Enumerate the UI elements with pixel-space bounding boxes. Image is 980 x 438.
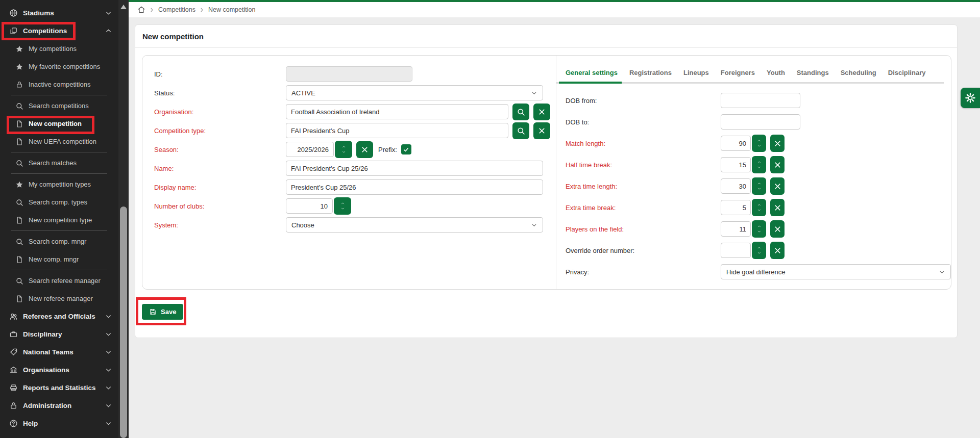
chevron-down-icon	[756, 251, 762, 255]
save-button[interactable]: Save	[142, 304, 183, 320]
sidebar-item-label: Search matches	[29, 159, 77, 167]
sidebar-item-my-competitions[interactable]: My competitions	[0, 40, 118, 58]
breadcrumb-new-competition[interactable]: New competition	[208, 6, 255, 13]
search-icon	[517, 108, 525, 116]
players-on-field-stepper[interactable]	[752, 220, 766, 238]
sidebar-item-label: New competition	[29, 120, 82, 127]
extra-time-break-stepper[interactable]	[752, 199, 766, 216]
field-row-match-length: Match length:	[566, 135, 951, 152]
privacy-select[interactable]: Hide goal difference	[721, 264, 951, 279]
sidebar-item-label: Help	[23, 420, 38, 427]
tab-standings[interactable]: Standings	[797, 69, 829, 84]
tab-registrations[interactable]: Registrations	[629, 69, 672, 84]
sidebar-item-new-competition-type[interactable]: New competition type	[0, 211, 118, 229]
half-time-break-stepper[interactable]	[752, 156, 766, 173]
sidebar-item-national-teams[interactable]: National Teams	[0, 343, 118, 361]
tab-lineups[interactable]: Lineups	[683, 69, 709, 84]
extra-time-length-field[interactable]	[721, 178, 751, 194]
sidebar-item-search-referee-manager[interactable]: Search referee manager	[0, 272, 118, 290]
chevron-down-icon	[939, 269, 945, 275]
extra-time-length-clear-button[interactable]	[770, 177, 785, 195]
sidebar-item-disciplinary[interactable]: Disciplinary	[0, 325, 118, 343]
tab-disciplinary[interactable]: Disciplinary	[888, 69, 926, 84]
sidebar-item-organisations[interactable]: Organisations	[0, 361, 118, 379]
sidebar-item-administration[interactable]: Administration	[0, 397, 118, 415]
season-field[interactable]	[286, 142, 334, 157]
players-on-field-clear-button[interactable]	[770, 220, 785, 238]
chevron-down-icon	[756, 187, 762, 191]
half-time-break-field[interactable]	[721, 157, 751, 172]
sidebar-item-stadiums[interactable]: Stadiums	[0, 4, 118, 22]
competition-type-field[interactable]	[286, 123, 508, 138]
sidebar-item-competitions[interactable]: Competitions	[0, 22, 118, 40]
sidebar-item-new-competition[interactable]: New competition	[0, 115, 118, 133]
sidebar-item-new-uefa-competition[interactable]: New UEFA competition	[0, 133, 118, 150]
prefix-label: Prefix:	[378, 146, 397, 153]
number-of-clubs-stepper[interactable]	[334, 197, 351, 215]
match-length-clear-button[interactable]	[770, 135, 785, 152]
season-stepper[interactable]	[335, 141, 352, 158]
home-icon[interactable]	[137, 6, 145, 14]
field-row-extra-time-break: Extra time break:	[566, 199, 951, 216]
display-name-field[interactable]	[286, 179, 543, 195]
scrollbar-up-arrow[interactable]	[120, 5, 127, 9]
tab-foreigners[interactable]: Foreigners	[721, 69, 755, 84]
sidebar-item-label: Search comp. types	[29, 198, 87, 206]
sidebar-item-my-favorite-competitions[interactable]: My favorite competitions	[0, 58, 118, 75]
dob-to-field[interactable]	[721, 114, 800, 130]
organisation-search-button[interactable]	[512, 104, 529, 120]
organisation-field[interactable]	[286, 104, 508, 119]
field-row-extra-time-length: Extra time length:	[566, 177, 951, 195]
status-label: Status:	[154, 89, 286, 97]
competition-type-clear-button[interactable]	[533, 122, 550, 139]
scrollbar-thumb[interactable]	[120, 207, 127, 438]
name-field[interactable]	[286, 161, 543, 176]
extra-time-break-field[interactable]	[721, 200, 751, 215]
half-time-break-clear-button[interactable]	[770, 156, 785, 173]
number-of-clubs-field[interactable]	[286, 198, 333, 214]
sidebar-item-new-comp-mngr[interactable]: New comp. mngr	[0, 250, 118, 268]
sidebar: Stadiums Competitions My competitions My…	[0, 0, 118, 438]
field-row-system: System: Choose	[154, 216, 556, 234]
competition-type-search-button[interactable]	[512, 122, 529, 139]
extra-time-length-stepper[interactable]	[752, 177, 766, 195]
sidebar-item-my-competition-types[interactable]: My competition types	[0, 175, 118, 193]
system-select[interactable]: Choose	[286, 217, 543, 233]
sidebar-item-label: Referees and Officials	[23, 313, 95, 320]
sidebar-scrollbar[interactable]	[118, 0, 129, 438]
override-order-number-stepper[interactable]	[752, 242, 766, 259]
match-length-stepper[interactable]	[752, 135, 766, 152]
chevron-up-icon	[341, 145, 347, 149]
tab-youth[interactable]: Youth	[767, 69, 785, 84]
file-icon	[15, 295, 23, 303]
breadcrumb-competitions[interactable]: Competitions	[158, 6, 195, 13]
season-clear-button[interactable]	[356, 141, 373, 158]
dob-from-field[interactable]	[721, 93, 800, 108]
match-length-field[interactable]	[721, 136, 751, 151]
sidebar-item-referees-and-officials[interactable]: Referees and Officials	[0, 307, 118, 325]
sidebar-item-reports-and-statistics[interactable]: Reports and Statistics	[0, 379, 118, 397]
sidebar-item-search-comp-types[interactable]: Search comp. types	[0, 193, 118, 211]
settings-gear-button[interactable]	[961, 88, 980, 108]
lock-icon	[15, 81, 23, 89]
sidebar-item-help[interactable]: Help	[0, 415, 118, 432]
organisation-clear-button[interactable]	[533, 104, 550, 120]
extra-time-break-clear-button[interactable]	[770, 199, 785, 216]
sidebar-item-search-comp-mngr[interactable]: Search comp. mngr	[0, 233, 118, 250]
sidebar-item-search-competitions[interactable]: Search competitions	[0, 97, 118, 115]
override-order-number-clear-button[interactable]	[770, 242, 785, 259]
dob-to-label: DOB to:	[566, 118, 721, 126]
players-on-field-field[interactable]	[721, 221, 751, 237]
tab-scheduling[interactable]: Scheduling	[841, 69, 876, 84]
sidebar-divider	[11, 270, 107, 270]
status-select[interactable]: ACTIVE	[286, 85, 543, 100]
sidebar-item-label: Search comp. mngr	[29, 238, 86, 245]
sidebar-item-inactive-competitions[interactable]: Inactive competitions	[0, 75, 118, 93]
sidebar-item-search-matches[interactable]: Search matches	[0, 154, 118, 172]
override-order-number-field[interactable]	[721, 243, 751, 258]
tab-general-settings[interactable]: General settings	[566, 69, 618, 84]
prefix-checkbox[interactable]	[401, 144, 411, 154]
sidebar-item-new-referee-manager[interactable]: New referee manager	[0, 290, 118, 307]
breadcrumb-separator-icon	[149, 7, 155, 13]
save-button-label: Save	[161, 308, 176, 316]
